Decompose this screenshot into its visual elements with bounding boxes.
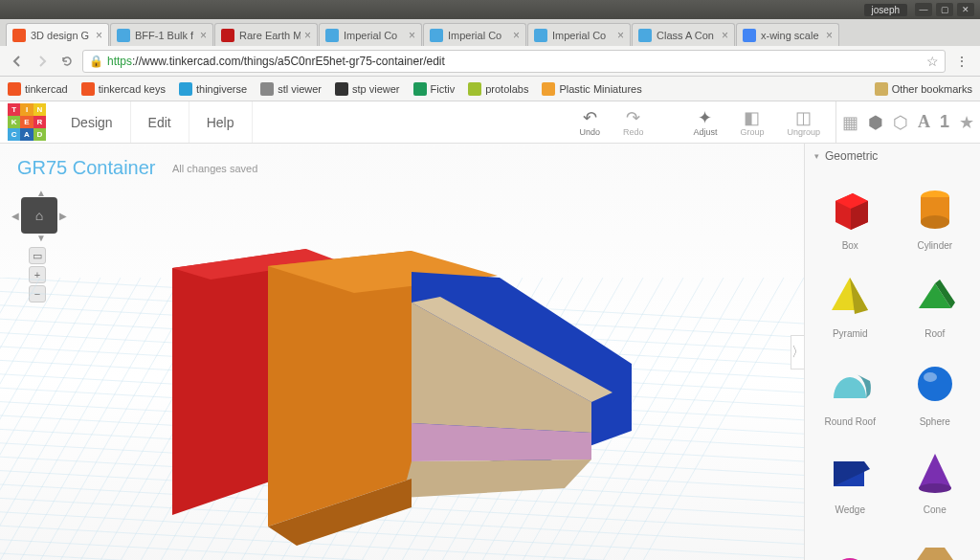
panel-category-header[interactable]: Geometric [805,144,980,168]
workplane-icon[interactable]: ▦ [842,112,858,133]
shape-glyph [908,269,962,323]
bookmark-bar: tinkercadtinkercad keysthingiversestl vi… [0,77,980,101]
bookmark-item[interactable]: tinkercad keys [81,82,166,96]
tab-close-icon[interactable]: × [513,29,520,42]
bookmark-item[interactable]: stl viewer [260,82,322,96]
bookmark-item[interactable]: protolabs [468,82,528,96]
tab-close-icon[interactable]: × [304,29,311,42]
address-bar: 🔒 https://www.tinkercad.com/things/a5C0n… [0,46,980,77]
adjust-button[interactable]: ✦Adjust [685,108,724,137]
shape-half-sphere[interactable]: Half Sphere [809,525,892,560]
browser-tab[interactable]: Imperial Co× [319,23,422,46]
bookmark-item[interactable]: Fictiv [413,82,456,96]
shape-roof[interactable]: Roof [894,260,977,347]
shape-box[interactable]: Box [809,172,892,258]
design-menu[interactable]: Design [54,101,131,143]
hole-icon[interactable]: ⬡ [893,112,908,133]
tab-title: Imperial Co [448,30,509,41]
shape-label: Pyramid [833,328,868,339]
os-username: joseph [864,4,907,16]
tab-favicon [117,29,130,42]
shape-round-roof[interactable]: Round Roof [809,348,892,435]
undo-button[interactable]: ↶Undo [571,108,608,137]
back-button[interactable] [8,52,27,71]
bookmark-label: thingiverse [196,83,247,95]
bookmark-favicon [8,82,21,96]
panel-collapse-button[interactable]: 〉 [791,335,804,370]
shape-wedge[interactable]: Wedge [809,437,892,523]
folder-icon [875,82,888,96]
bookmark-star-icon[interactable]: ☆ [926,54,939,69]
view-right-icon[interactable]: ▶ [59,211,67,221]
tab-close-icon[interactable]: × [826,29,833,42]
close-button[interactable]: ✕ [957,3,974,16]
bookmark-item[interactable]: thingiverse [179,82,247,96]
view-down-icon[interactable]: ▼ [36,233,46,243]
tab-title: BFF-1 Bulk f [135,30,196,41]
bookmark-favicon [468,82,481,96]
browser-tab[interactable]: Imperial Co× [527,23,631,46]
tab-favicon [638,29,652,42]
svg-point-97 [919,483,951,493]
solid-icon[interactable]: ⬢ [868,112,883,133]
tinkercad-logo[interactable]: TIN KER CAD [8,103,46,142]
tab-close-icon[interactable]: × [722,29,728,42]
tab-title: x-wing scale [761,30,822,41]
document-title[interactable]: GR75 Container [17,157,156,179]
lock-icon: 🔒 [89,55,103,68]
browser-tab[interactable]: 3D design G× [6,23,109,46]
reload-button[interactable] [57,52,77,71]
tab-close-icon[interactable]: × [409,29,415,42]
home-icon: ⌂ [35,208,43,223]
shape-sphere[interactable]: Sphere [894,348,977,435]
bookmark-item[interactable]: stp viewer [335,82,400,96]
browser-tab[interactable]: x-wing scale× [736,23,839,46]
3d-model[interactable] [115,220,651,546]
svg-line-3 [0,278,60,560]
url-protocol: https [107,55,132,68]
group-button[interactable]: ◧Group [732,108,771,137]
svg-marker-80 [402,459,591,498]
tab-title: Imperial Co [552,30,613,41]
view-left-icon[interactable]: ◀ [11,211,19,221]
3d-canvas[interactable]: GR75 Container All changes saved ▲ ▼ ◀ ▶… [0,144,804,560]
shape-cone[interactable]: Cone [894,437,977,523]
bookmark-label: protolabs [485,83,528,95]
shape-glyph [823,181,877,235]
url-input[interactable]: 🔒 https://www.tinkercad.com/things/a5C0n… [82,50,946,73]
forward-button[interactable] [33,52,52,71]
shape-cylinder[interactable]: Cylinder [894,172,977,258]
redo-button[interactable]: ↷Redo [615,108,652,137]
browser-tab-bar: 3D design G×BFF-1 Bulk f×Rare Earth M×Im… [0,19,980,46]
bookmark-item[interactable]: tinkercad [8,82,68,96]
browser-tab[interactable]: Imperial Co× [423,23,526,46]
browser-menu-button[interactable]: ⋮ [951,54,972,69]
tab-close-icon[interactable]: × [96,29,102,42]
shape-glyph [823,357,877,411]
browser-tab[interactable]: Class A Con× [632,23,735,46]
ungroup-button[interactable]: ◫Ungroup [779,108,828,137]
text-tool-icon[interactable]: A [918,112,930,132]
favorite-icon[interactable]: ★ [959,112,974,133]
view-cube[interactable]: ▲ ▼ ◀ ▶ ⌂ [13,190,65,241]
shape-pyramid[interactable]: Pyramid [809,260,892,347]
tab-close-icon[interactable]: × [617,29,624,42]
bookmark-item[interactable]: Plastic Miniatures [542,82,641,96]
browser-tab[interactable]: Rare Earth M× [214,23,318,46]
other-bookmarks[interactable]: Other bookmarks [875,82,972,96]
bookmark-label: Fictiv [431,83,456,95]
browser-tab[interactable]: BFF-1 Bulk f× [110,23,213,46]
help-menu[interactable]: Help [189,101,253,143]
shape-glyph [908,533,962,561]
minimize-button[interactable]: — [915,3,932,16]
bookmark-label: tinkercad [25,83,68,95]
svg-point-87 [921,215,949,229]
save-status: All changes saved [172,163,257,174]
ruler-tool-icon[interactable]: 1 [940,112,949,132]
fit-view-button[interactable]: ▭ [29,247,46,264]
svg-marker-74 [268,251,412,526]
edit-menu[interactable]: Edit [131,101,189,143]
maximize-button[interactable]: ▢ [936,3,953,16]
tab-close-icon[interactable]: × [200,29,207,42]
shape-hexagonal-prism[interactable]: Hexagonal Prism [894,525,977,560]
